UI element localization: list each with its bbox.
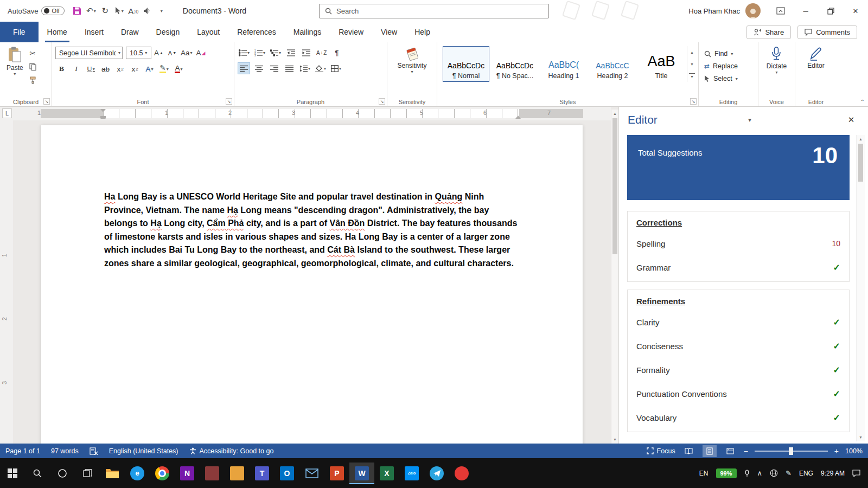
- left-indent-marker[interactable]: [100, 116, 106, 118]
- pane-scrollbar-thumb[interactable]: [858, 144, 863, 182]
- line-spacing-button[interactable]: ▾: [298, 62, 311, 74]
- start-button[interactable]: [0, 463, 25, 484]
- editor-row-spelling[interactable]: Spelling10: [636, 232, 840, 255]
- tab-mailings[interactable]: Mailings: [285, 22, 330, 42]
- numbering-button[interactable]: 123 ▾: [253, 47, 266, 59]
- paragraph-dialog-launcher[interactable]: ↘: [379, 98, 385, 105]
- clipboard-dialog-launcher[interactable]: ↘: [43, 98, 50, 105]
- change-case-button[interactable]: Aa▾: [180, 47, 194, 59]
- dictate-button[interactable]: Dictate ▾: [763, 45, 790, 76]
- zoom-slider[interactable]: [755, 451, 828, 452]
- minimize-button[interactable]: ─: [793, 0, 818, 22]
- bold-button[interactable]: B: [55, 63, 68, 75]
- input-language-short[interactable]: EN: [699, 470, 709, 477]
- italic-button[interactable]: I: [70, 63, 82, 75]
- align-right-button[interactable]: [268, 62, 280, 74]
- font-name-combobox[interactable]: Segoe UI Semibold▾: [55, 47, 123, 59]
- share-button[interactable]: Share: [746, 25, 791, 39]
- proofing-errors-button[interactable]: [90, 447, 98, 455]
- undo-button[interactable]: ↶▾: [84, 3, 98, 18]
- search-button[interactable]: [25, 463, 50, 484]
- read-aloud-button[interactable]: A))): [126, 3, 141, 18]
- style-normal[interactable]: AaBbCcDc¶ Normal: [443, 46, 489, 82]
- restore-button[interactable]: [818, 0, 843, 22]
- scroll-down-icon[interactable]: ▼: [611, 435, 618, 444]
- style-heading-1[interactable]: AaBbC(Heading 1: [540, 46, 587, 82]
- bullets-button[interactable]: ▾: [238, 47, 251, 59]
- superscript-button[interactable]: x2: [129, 63, 141, 75]
- sensitivity-button[interactable]: Sensitivity ▾: [394, 45, 430, 75]
- replace-button[interactable]: ⇄ Replace: [704, 62, 738, 70]
- editor-row-clarity[interactable]: Clarity✓: [636, 310, 840, 334]
- outlook[interactable]: O: [275, 463, 299, 484]
- tab-insert[interactable]: Insert: [76, 22, 112, 42]
- align-left-button[interactable]: [238, 62, 250, 74]
- input-language[interactable]: ENG: [799, 470, 813, 477]
- pen-icon[interactable]: ✎: [786, 469, 792, 477]
- cut-button[interactable]: ✂: [27, 47, 39, 59]
- highlight-color-button[interactable]: ✎▾: [158, 63, 170, 75]
- style-heading-2[interactable]: AaBbCcCHeading 2: [589, 46, 636, 82]
- speaker-button[interactable]: [141, 3, 155, 18]
- styles-scroll-up-button[interactable]: ▴: [687, 46, 697, 58]
- strikethrough-button[interactable]: ab: [99, 63, 112, 75]
- ribbon-display-options-button[interactable]: [768, 0, 793, 22]
- redo-button[interactable]: ↻: [98, 3, 112, 18]
- decrease-indent-button[interactable]: [285, 47, 297, 59]
- excel[interactable]: X: [374, 463, 399, 484]
- scroll-up-icon[interactable]: ▲: [611, 110, 618, 118]
- paste-button[interactable]: Paste ▾: [3, 45, 27, 78]
- accessibility-indicator[interactable]: Accessibility: Good to go: [189, 447, 274, 455]
- show-formatting-marks-button[interactable]: ¶: [330, 47, 343, 59]
- increase-indent-button[interactable]: [300, 47, 312, 59]
- sort-button[interactable]: A↓Z: [315, 47, 328, 59]
- shrink-font-button[interactable]: A▼: [166, 47, 178, 59]
- word[interactable]: W: [349, 463, 374, 484]
- tab-help[interactable]: Help: [406, 22, 439, 42]
- battery-indicator[interactable]: 99%: [716, 468, 737, 478]
- font-dialog-launcher[interactable]: ↘: [226, 98, 232, 105]
- clear-formatting-button[interactable]: A◢: [195, 47, 207, 59]
- tab-home[interactable]: Home: [39, 22, 76, 42]
- zoom-level-button[interactable]: 100%: [845, 447, 863, 455]
- avatar[interactable]: [745, 3, 761, 18]
- underline-button[interactable]: U▾: [85, 63, 97, 75]
- multilevel-list-button[interactable]: ▾: [269, 47, 282, 59]
- app-yellow[interactable]: [225, 463, 250, 484]
- vertical-ruler[interactable]: 123: [0, 120, 13, 444]
- app-maroon[interactable]: [200, 463, 225, 484]
- cortana-button[interactable]: [50, 463, 75, 484]
- usb-device-icon[interactable]: [744, 470, 750, 477]
- mail[interactable]: [299, 463, 324, 484]
- tab-references[interactable]: References: [228, 22, 285, 42]
- select-button[interactable]: Select▾: [704, 75, 738, 82]
- borders-button[interactable]: ▾: [330, 62, 342, 74]
- find-button[interactable]: Find▾: [704, 50, 738, 57]
- customize-qat-button[interactable]: ▾: [155, 3, 169, 18]
- tab-layout[interactable]: Layout: [188, 22, 228, 42]
- zoom-in-button[interactable]: +: [834, 448, 839, 454]
- tab-design[interactable]: Design: [148, 22, 189, 42]
- task-view-button[interactable]: [75, 463, 100, 484]
- styles-more-button[interactable]: ▾: [687, 70, 697, 82]
- language-indicator[interactable]: English (United States): [109, 447, 178, 455]
- comments-button[interactable]: Comments: [797, 25, 857, 39]
- tray-expand-chevron-icon[interactable]: ∧: [757, 469, 763, 477]
- print-layout-button[interactable]: [703, 445, 717, 457]
- tab-stop-selector[interactable]: L: [2, 108, 12, 118]
- telegram[interactable]: [424, 463, 449, 484]
- editor-row-vocabulary[interactable]: Vocabulary✓: [636, 406, 840, 429]
- style-no-spac[interactable]: AaBbCcDc¶ No Spac...: [492, 46, 538, 82]
- copy-button[interactable]: [27, 61, 39, 73]
- onenote[interactable]: N: [175, 463, 200, 484]
- app-red-circle[interactable]: [449, 463, 474, 484]
- editor-row-formality[interactable]: Formality✓: [636, 358, 840, 382]
- document-scrollbar[interactable]: ▲ ▼: [611, 110, 618, 444]
- close-button[interactable]: ✕: [843, 0, 868, 22]
- word-count-indicator[interactable]: 97 words: [51, 447, 79, 455]
- text-effects-button[interactable]: A▾: [143, 63, 156, 75]
- right-indent-marker[interactable]: [515, 113, 521, 119]
- powerpoint[interactable]: P: [324, 463, 349, 484]
- editor-pane-close-button[interactable]: ✕: [842, 115, 860, 125]
- styles-dialog-launcher[interactable]: ↘: [690, 98, 697, 105]
